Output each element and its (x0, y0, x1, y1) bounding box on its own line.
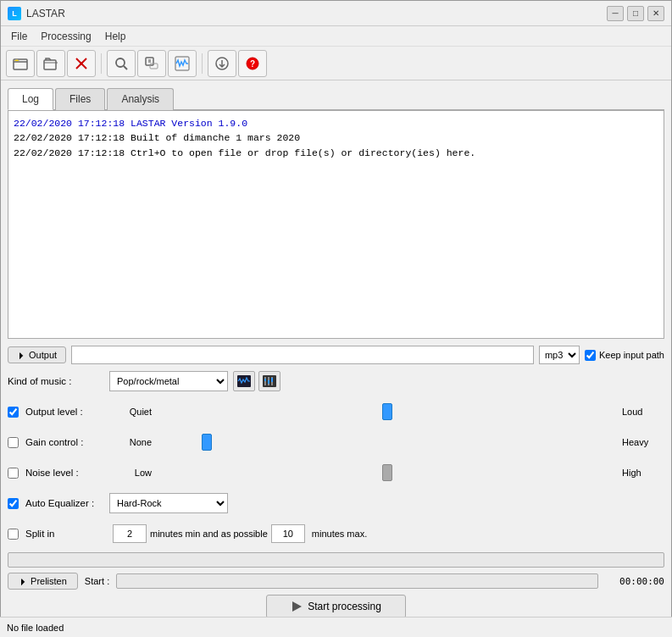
start-processing-button[interactable]: Start processing (266, 595, 406, 618)
kind-music-row: Kind of music : Pop/rock/metal Classical… (8, 369, 664, 393)
toolbar: ? (1, 47, 671, 80)
start-label: Start : (85, 576, 109, 586)
tab-log[interactable]: Log (8, 88, 53, 110)
menu-processing[interactable]: Processing (34, 29, 97, 44)
kind-music-select[interactable]: Pop/rock/metal Classical Jazz Electronic… (109, 371, 228, 391)
output-button[interactable]: ⏵ Output (8, 346, 66, 363)
new-folder-btn[interactable] (6, 50, 35, 77)
minimize-button[interactable]: ─ (607, 6, 624, 21)
main-area: Log Files Analysis 22/02/2020 17:12:18 L… (1, 80, 671, 636)
split-in-label: Split in (8, 529, 109, 540)
noise-level-row: Noise level : Low High (8, 461, 664, 485)
output-level-row: Output level : Quiet Loud (8, 400, 664, 424)
eq-btn[interactable] (258, 371, 280, 391)
kind-music-extras (233, 371, 280, 391)
split-min-input[interactable]: 2 (113, 524, 147, 543)
kind-music-label: Kind of music : (8, 376, 109, 386)
auto-eq-label: Auto Equalizer : (8, 498, 109, 509)
main-progress-bar (8, 552, 664, 568)
menu-help[interactable]: Help (98, 29, 133, 44)
svg-rect-19 (264, 379, 266, 381)
svg-text:?: ? (250, 59, 255, 69)
main-progress-bar-row (8, 552, 664, 568)
status-bar: No file loaded (1, 617, 671, 636)
time-display: 00:00:00 (605, 576, 664, 587)
open-btn[interactable] (36, 50, 65, 77)
output-row: ⏵ Output mp3 wav flac ogg Keep input pat… (8, 346, 664, 364)
gain-control-row: Gain control : None Heavy (8, 430, 664, 454)
keep-input-checkbox[interactable] (585, 350, 596, 361)
window-title: LASTAR (26, 8, 607, 19)
settings-panel: ⏵ Output mp3 wav flac ogg Keep input pat… (8, 346, 664, 623)
tab-bar: Log Files Analysis (8, 87, 664, 110)
svg-point-4 (116, 58, 125, 67)
close-file-btn[interactable] (67, 50, 96, 77)
log-area: 22/02/2020 17:12:18 LASTAR Version 1.9.0… (8, 110, 664, 339)
start-row: ⏵ Prelisten Start : 00:00:00 (8, 573, 664, 590)
output-level-slider[interactable] (157, 410, 617, 413)
gain-control-label: Gain control : (8, 437, 109, 448)
gain-control-slider[interactable] (157, 440, 617, 444)
svg-marker-22 (292, 601, 302, 612)
noise-level-checkbox[interactable] (8, 468, 19, 479)
noise-level-slider[interactable] (157, 471, 617, 474)
output-level-checkbox[interactable] (8, 407, 19, 418)
status-text: No file loaded (7, 623, 64, 633)
window-controls: ─ □ ✕ (607, 6, 664, 21)
tab-files[interactable]: Files (55, 88, 105, 110)
start-progress-bar (116, 573, 598, 589)
output-level-label: Output level : (8, 407, 109, 418)
split-max-input[interactable]: 10 (271, 524, 305, 543)
svg-rect-1 (44, 60, 56, 69)
svg-rect-20 (268, 380, 269, 384)
log-line-2: 22/02/2020 17:12:18 Ctrl+O to open file … (14, 146, 658, 160)
log-line-1: 22/02/2020 17:12:18 Built of dimanche 1 … (14, 130, 658, 145)
close-button[interactable]: ✕ (647, 6, 664, 21)
auto-eq-select[interactable]: Hard-Rock Pop Classical Jazz Flat (109, 493, 228, 513)
window-frame: L LASTAR ─ □ ✕ File Processing Help (0, 0, 672, 637)
menu-bar: File Processing Help (1, 26, 671, 47)
help-btn[interactable]: ? (238, 50, 267, 77)
menu-file[interactable]: File (4, 29, 34, 44)
keep-input-label[interactable]: Keep input path (585, 350, 664, 361)
app-icon: L (8, 7, 21, 20)
log-line-0: 22/02/2020 17:12:18 LASTAR Version 1.9.0 (14, 116, 658, 130)
export-btn[interactable] (208, 50, 236, 77)
tag-btn[interactable] (137, 50, 166, 77)
auto-eq-checkbox[interactable] (8, 498, 19, 509)
waveform-btn[interactable] (168, 50, 197, 77)
main-content: Log Files Analysis 22/02/2020 17:12:18 L… (1, 80, 671, 636)
output-path-input[interactable] (71, 346, 534, 364)
noise-level-label: Noise level : (8, 468, 109, 479)
waveform-small-btn[interactable] (233, 371, 255, 391)
split-in-row: Split in 2 minutes min and as possible 1… (8, 522, 664, 546)
split-in-checkbox[interactable] (8, 529, 19, 540)
svg-line-5 (124, 66, 127, 69)
start-processing-row: Start processing (8, 595, 664, 618)
search-btn[interactable] (107, 50, 136, 77)
tab-analysis[interactable]: Analysis (107, 88, 174, 110)
gain-control-checkbox[interactable] (8, 437, 19, 448)
format-select[interactable]: mp3 wav flac ogg (539, 346, 580, 364)
maximize-button[interactable]: □ (627, 6, 644, 21)
auto-eq-row: Auto Equalizer : Hard-Rock Pop Classical… (8, 491, 664, 515)
title-bar: L LASTAR ─ □ ✕ (1, 1, 671, 26)
svg-rect-21 (271, 378, 273, 382)
prelisten-button[interactable]: ⏵ Prelisten (8, 573, 78, 590)
